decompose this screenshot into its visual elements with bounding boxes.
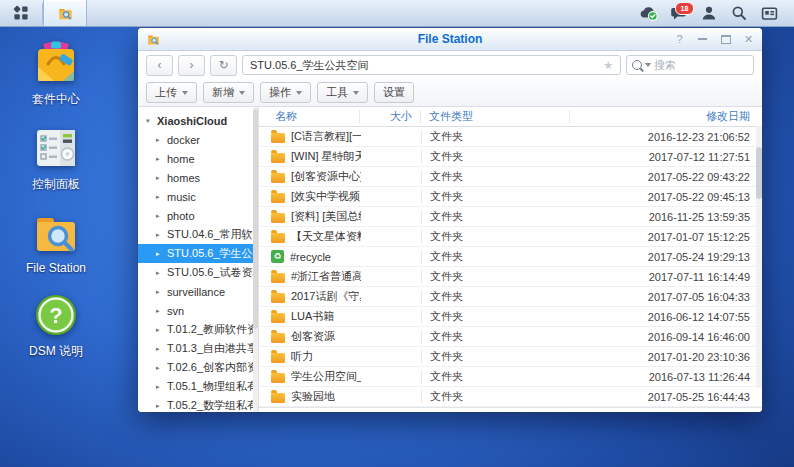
widgets-button[interactable] <box>754 0 784 26</box>
desktop-icon-package-center[interactable]: 套件中心 <box>14 40 98 108</box>
sidebar-folder-item[interactable]: ▸ surveillance <box>138 282 258 301</box>
search-options-caret-icon[interactable] <box>645 63 651 67</box>
sidebar-folder-item[interactable]: ▸ music <box>138 187 258 206</box>
user-options-button[interactable] <box>694 0 724 26</box>
tree-expand-icon[interactable]: ▸ <box>156 288 163 296</box>
column-header-type[interactable]: 文件类型 <box>421 110 570 123</box>
maximize-button[interactable] <box>720 34 731 45</box>
sidebar-scrollbar-thumb[interactable] <box>253 109 258 329</box>
main-menu-button[interactable] <box>0 0 42 26</box>
column-header-size[interactable]: 大小 <box>360 110 421 123</box>
file-modified-date: 2016-12-23 21:06:52 <box>570 131 762 143</box>
tree-expand-icon[interactable]: ▸ <box>156 174 163 182</box>
toolbar-button[interactable]: 上传 <box>146 82 197 103</box>
sidebar-folder-item[interactable]: ▸ T.05.2_数学组私有共享空 <box>138 396 258 412</box>
forward-button[interactable]: › <box>178 55 205 76</box>
sidebar-folder-item[interactable]: ▾ XiaoshiCloud <box>138 111 258 130</box>
sidebar-folder-item[interactable]: ▸ photo <box>138 206 258 225</box>
file-name: [资料] [美国总统每周演讲 he Pr... <box>291 209 361 224</box>
file-row[interactable]: 实验园地 文件夹 2017-05-25 16:44:43 <box>259 387 762 407</box>
file-size <box>361 170 422 183</box>
file-row[interactable]: 听力 文件夹 2017-01-20 23:10:36 <box>259 347 762 367</box>
file-row[interactable]: [资料] [美国总统每周演讲 he Pr... 文件夹 2016-11-25 1… <box>259 207 762 227</box>
minimize-button[interactable] <box>697 34 708 45</box>
tree-expand-icon[interactable]: ▸ <box>156 212 163 220</box>
toolbar-button[interactable]: 工具 <box>317 82 368 103</box>
tree-expand-icon[interactable]: ▾ <box>146 117 153 125</box>
toolbar-button[interactable]: 新增 <box>203 82 254 103</box>
toolbar-button[interactable]: 设置 <box>374 82 414 103</box>
column-header-date[interactable]: 修改日期 <box>570 110 762 123</box>
file-row[interactable]: 2017话剧《守岁》视频原文件 文件夹 2017-07-05 16:04:33 <box>259 287 762 307</box>
file-row[interactable]: #recycle 文件夹 2017-05-24 19:29:13 <box>259 247 762 267</box>
toolbar-button-label: 操作 <box>269 85 291 100</box>
tree-expand-icon[interactable]: ▸ <box>156 307 163 315</box>
desktop-icon-label: 套件中心 <box>32 91 80 108</box>
file-row[interactable]: 【天文星体资料】【入门手册】 文件夹 2017-01-07 15:12:25 <box>259 227 762 247</box>
desktop-icon-label: DSM 说明 <box>29 343 83 360</box>
sidebar-folder-item[interactable]: ▸ T.02.6_创客内部资料 <box>138 358 258 377</box>
tree-expand-icon[interactable]: ▸ <box>156 136 163 144</box>
desktop-icon-dsm-help[interactable]: ? DSM 说明 <box>14 292 98 360</box>
window-icon <box>146 33 161 46</box>
tree-expand-icon[interactable]: ▸ <box>156 269 163 277</box>
file-row[interactable]: #浙江省普通高校招生投档及分数... 文件夹 2017-07-11 16:14:… <box>259 267 762 287</box>
file-size <box>361 370 422 383</box>
tree-expand-icon[interactable]: ▸ <box>156 326 163 334</box>
close-button[interactable]: ✕ <box>743 34 754 45</box>
search-button[interactable] <box>724 0 754 26</box>
sidebar-folder-item[interactable]: ▸ home <box>138 149 258 168</box>
file-row[interactable]: 学生公用空间_可上传不能删除 文件夹 2016-07-13 11:26:44 <box>259 367 762 387</box>
desktop-icon-file-station[interactable]: File Station <box>14 210 98 275</box>
file-size <box>361 250 422 263</box>
sidebar-folder-item[interactable]: ▸ T.05.1_物理组私有共享空 <box>138 377 258 396</box>
tree-expand-icon[interactable]: ▸ <box>156 231 163 239</box>
tree-expand-icon[interactable]: ▸ <box>156 383 163 391</box>
list-scrollbar[interactable] <box>756 126 762 388</box>
file-row[interactable]: [创客资源中心] 文件夹 2017-05-22 09:43:22 <box>259 167 762 187</box>
taskbar-file-station-button[interactable] <box>43 0 87 26</box>
back-button[interactable]: ‹ <box>146 55 173 76</box>
folder-icon <box>271 333 285 343</box>
notifications-button[interactable]: 18 <box>664 0 694 26</box>
tree-expand-icon[interactable]: ▸ <box>156 155 163 163</box>
sidebar-folder-item[interactable]: ▸ T.01.3_自由港共享空间 <box>138 339 258 358</box>
file-type: 文件夹 <box>422 329 570 344</box>
sidebar-folder-item[interactable]: ▸ T.01.2_教师软件资源区 <box>138 320 258 339</box>
sidebar-scrollbar[interactable] <box>253 107 258 412</box>
list-scrollbar-thumb[interactable] <box>756 147 762 199</box>
dropdown-caret-icon <box>239 91 245 95</box>
tree-expand-icon[interactable]: ▸ <box>156 364 163 372</box>
file-row[interactable]: [WIN] 星特朗天文望远镜CD软件 文件夹 2017-07-12 11:27:… <box>259 147 762 167</box>
tree-expand-icon[interactable]: ▸ <box>156 250 163 258</box>
column-header-name[interactable]: 名称 <box>259 110 360 123</box>
toolbar-button[interactable]: 操作 <box>260 82 311 103</box>
file-row[interactable]: 创客资源 文件夹 2016-09-14 16:46:00 <box>259 327 762 347</box>
sidebar-folder-item[interactable]: ▸ docker <box>138 130 258 149</box>
tree-expand-icon[interactable]: ▸ <box>156 193 163 201</box>
refresh-button[interactable]: ↻ <box>210 55 237 76</box>
dsm-help-icon: ? <box>33 292 79 338</box>
file-name: [WIN] 星特朗天文望远镜CD软件 <box>291 149 361 164</box>
bookmark-star-icon[interactable]: ★ <box>603 59 613 72</box>
file-row[interactable]: [C语言教程][一种你知道的第N+... 文件夹 2016-12-23 21:0… <box>259 127 762 147</box>
cloud-sync-button[interactable] <box>633 0 663 26</box>
file-type: 文件夹 <box>422 269 570 284</box>
search-placeholder: 搜索 <box>654 58 676 73</box>
window-titlebar[interactable]: File Station ? ✕ <box>138 28 762 51</box>
file-row[interactable]: LUA书籍 文件夹 2016-06-12 14:07:55 <box>259 307 762 327</box>
address-bar[interactable]: STU.05.6_学生公共空间 ★ <box>242 55 621 75</box>
sidebar-folder-item[interactable]: ▸ svn <box>138 301 258 320</box>
sidebar-folder-item[interactable]: ▸ STU.05.6_学生公共空间 <box>138 244 258 263</box>
help-button[interactable]: ? <box>674 34 685 45</box>
tree-expand-icon[interactable]: ▸ <box>156 402 163 410</box>
sidebar-folder-item[interactable]: ▸ homes <box>138 168 258 187</box>
tree-expand-icon[interactable]: ▸ <box>156 345 163 353</box>
search-input[interactable]: 搜索 <box>626 55 754 75</box>
sidebar-folder-item[interactable]: ▸ STU.05.6_试卷资料下载 <box>138 263 258 282</box>
svg-text:?: ? <box>49 303 62 328</box>
sidebar-folder-label: T.01.3_自由港共享空间 <box>167 341 258 356</box>
sidebar-folder-item[interactable]: ▸ STU.04.6_常用软件 <box>138 225 258 244</box>
desktop-icon-control-panel[interactable]: 控制面板 <box>14 125 98 193</box>
file-row[interactable]: [效实中学视频 影视素材 锦集] [... 文件夹 2017-05-22 09:… <box>259 187 762 207</box>
